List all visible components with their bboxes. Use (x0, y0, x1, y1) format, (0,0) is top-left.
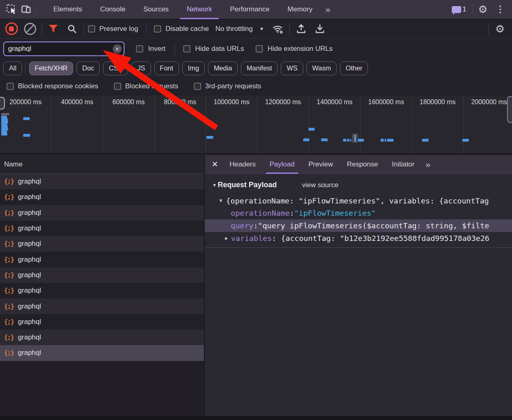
timeline-tick-label: 1600000 ms (368, 98, 404, 153)
collapse-triangle-icon[interactable]: ▼ (212, 182, 217, 188)
request-payload-section: ▼ Request Payload view source (212, 181, 512, 189)
invert-checkbox[interactable] (136, 45, 143, 52)
waterfall-bar (462, 139, 469, 142)
clear-network-log-button[interactable] (23, 22, 37, 36)
network-conditions-icon[interactable] (271, 22, 285, 36)
tab-sources[interactable]: Sources (134, 0, 177, 19)
network-overview-timeline[interactable]: 200000 ms400000 ms600000 ms800000 ms1000… (0, 95, 512, 154)
settings-gear-icon[interactable]: ⚙ (478, 4, 488, 15)
timeline-right-handle[interactable] (507, 96, 512, 123)
request-name: graphql (18, 349, 41, 357)
filter-chip-manifest[interactable]: Manifest (241, 61, 278, 75)
payload-variables-row[interactable]: ▶ variables: {accountTag: "b12e3b2192ee5… (205, 232, 512, 245)
timeline-left-handle[interactable] (0, 97, 5, 109)
request-type-chips: AllFetch/XHRDocCSSJSFontImgMediaManifest… (0, 59, 512, 77)
search-icon[interactable] (65, 22, 79, 36)
export-har-icon[interactable] (313, 22, 327, 36)
json-braces-icon: {;} (4, 287, 14, 294)
request-row[interactable]: {;}graphql (0, 283, 204, 298)
view-source-link[interactable]: view source (302, 181, 339, 189)
payload-summary-row[interactable]: ▼ {operationName: "ipFlowTimeseries", va… (219, 195, 512, 207)
request-name: graphql (18, 177, 41, 186)
filter-input[interactable] (3, 42, 125, 56)
payload-query-row[interactable]: query: "query ipFlowTimeseries($accountT… (205, 219, 512, 232)
filter-chip-other[interactable]: Other (340, 61, 368, 75)
filter-chip-fetch-xhr[interactable]: Fetch/XHR (29, 61, 73, 75)
throttling-dropdown[interactable]: No throttling ▼ (215, 25, 264, 33)
filter-chip-doc[interactable]: Doc (77, 61, 100, 75)
request-row[interactable]: {;}graphql (0, 221, 204, 236)
detail-tab-payload[interactable]: Payload (263, 155, 301, 174)
expand-triangle-icon[interactable]: ▶ (225, 236, 228, 241)
device-toolbar-icon[interactable] (19, 2, 33, 17)
filter-chip-all[interactable]: All (3, 61, 22, 75)
request-row[interactable]: {;}graphql (0, 205, 204, 221)
tab-network[interactable]: Network (178, 0, 221, 19)
filter-chip-media[interactable]: Media (208, 61, 238, 75)
third-party-requests-checkbox[interactable] (194, 83, 201, 90)
request-row[interactable]: {;}graphql (0, 314, 204, 330)
request-row[interactable]: {;}graphql (0, 298, 204, 314)
preserve-log-checkbox[interactable] (88, 25, 95, 33)
inspect-element-icon[interactable] (4, 2, 19, 17)
detail-tab-preview[interactable]: Preview (302, 155, 340, 174)
import-har-icon[interactable] (294, 22, 309, 36)
filter-chip-font[interactable]: Font (154, 61, 179, 75)
request-row[interactable]: {;}graphql (0, 345, 204, 361)
waterfall-bar (385, 139, 386, 142)
payload-value: "query ipFlowTimeseries($accountTag: str… (258, 221, 489, 230)
request-row[interactable]: {;}graphql (0, 189, 204, 205)
detail-tab-response[interactable]: Response (340, 155, 385, 174)
tab-console[interactable]: Console (91, 0, 134, 19)
name-column-header[interactable]: Name (0, 155, 204, 174)
timeline-tick-label: 1400000 ms (317, 98, 352, 153)
divider (289, 23, 290, 35)
timeline-tick-label: 1800000 ms (420, 98, 455, 153)
record-network-log-button[interactable] (4, 22, 19, 36)
waterfall-bar (321, 138, 328, 141)
blocked-response-cookies-checkbox[interactable] (7, 83, 14, 90)
collapse-triangle-icon[interactable]: ▼ (219, 198, 222, 203)
request-row[interactable]: {;}graphql (0, 330, 204, 345)
tab-elements[interactable]: Elements (44, 0, 91, 19)
waterfall-bar (206, 136, 213, 139)
json-braces-icon: {;} (4, 271, 14, 279)
details-more-tabs-icon[interactable]: » (421, 160, 433, 169)
timeline-column: 600000 ms (103, 95, 155, 153)
filter-chip-css[interactable]: CSS (103, 61, 128, 75)
request-name: graphql (18, 271, 41, 279)
request-row[interactable]: {;}graphql (0, 267, 204, 283)
request-name: graphql (18, 209, 41, 217)
timeline-column: 1800000 ms (412, 95, 464, 153)
filter-chip-img[interactable]: Img (182, 61, 205, 75)
payload-operation-name-row[interactable]: operationName: "ipFlowTimeseries" (205, 207, 512, 219)
filter-chip-ws[interactable]: WS (281, 61, 303, 75)
kebab-menu-icon[interactable]: ⋮ (493, 5, 507, 14)
detail-tab-initiator[interactable]: Initiator (385, 155, 422, 174)
detail-tab-headers[interactable]: Headers (223, 155, 263, 174)
detail-tab-label: Headers (230, 160, 256, 168)
hide-extension-urls-checkbox[interactable] (256, 45, 263, 52)
hide-data-urls-checkbox[interactable] (183, 45, 190, 52)
more-tabs-icon[interactable]: » (322, 4, 334, 14)
tab-memory[interactable]: Memory (278, 0, 321, 19)
filter-funnel-icon[interactable] (46, 22, 61, 36)
request-row[interactable]: {;}graphql (0, 174, 204, 189)
filter-chip-wasm[interactable]: Wasm (306, 61, 337, 75)
close-details-icon[interactable]: ✕ (207, 155, 223, 174)
hide-data-urls-label: Hide data URLs (195, 45, 244, 53)
payload-value: "ipFlowTimeseries" (294, 209, 376, 217)
disable-cache-label: Disable cache (165, 25, 209, 33)
json-braces-icon: {;} (4, 303, 14, 310)
filter-chip-js[interactable]: JS (131, 61, 151, 75)
request-row[interactable]: {;}graphql (0, 236, 204, 252)
divider (83, 23, 84, 35)
timeline-tick-label: 200000 ms (9, 98, 42, 153)
tab-performance[interactable]: Performance (221, 0, 278, 19)
blocked-requests-checkbox[interactable] (114, 83, 121, 90)
disable-cache-checkbox[interactable] (154, 25, 161, 33)
clear-filter-icon[interactable]: ✕ (113, 44, 122, 53)
request-row[interactable]: {;}graphql (0, 252, 204, 267)
network-settings-gear-icon[interactable]: ⚙ (495, 24, 505, 34)
issues-counter[interactable]: 1 (452, 5, 466, 13)
